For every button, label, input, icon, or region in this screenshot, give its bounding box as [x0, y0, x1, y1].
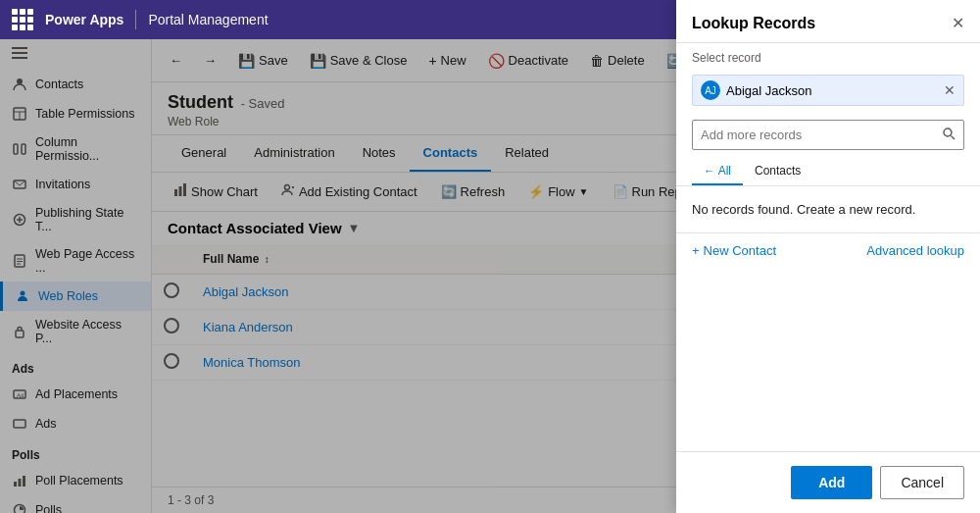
no-records-text: No records found. Create a new record. — [692, 202, 915, 217]
portal-name: Portal Management — [148, 12, 268, 27]
lookup-tab-contacts[interactable]: Contacts — [743, 158, 812, 185]
lookup-search-row — [692, 120, 964, 150]
lookup-search-button[interactable] — [934, 121, 963, 149]
nav-divider — [135, 10, 136, 29]
app-name: Power Apps — [45, 12, 123, 27]
tag-remove-button[interactable]: ✕ — [944, 82, 956, 98]
lookup-header: Lookup Records ✕ — [676, 0, 980, 43]
lookup-selected-tag: AJ Abigal Jackson ✕ — [692, 75, 964, 106]
lookup-cancel-button[interactable]: Cancel — [880, 466, 964, 499]
lookup-no-records-message: No records found. Create a new record. — [676, 186, 980, 232]
lookup-subtitle: Select record — [676, 43, 980, 69]
cancel-button-label: Cancel — [901, 475, 944, 490]
lookup-add-button[interactable]: Add — [791, 466, 872, 499]
lookup-tab-all-label: ← All — [704, 164, 731, 178]
lookup-tabs: ← All Contacts — [676, 158, 980, 186]
svg-point-32 — [944, 128, 952, 136]
lookup-actions: + New Contact Advanced lookup — [676, 232, 980, 268]
lookup-tab-all[interactable]: ← All — [692, 158, 743, 185]
lookup-footer: Add Cancel — [676, 451, 980, 513]
lookup-panel: Lookup Records ✕ Select record AJ Abigal… — [676, 0, 980, 513]
tag-name-label: Abigal Jackson — [726, 83, 938, 98]
tag-avatar: AJ — [701, 80, 720, 100]
lookup-tab-contacts-label: Contacts — [755, 164, 801, 178]
tag-avatar-initials: AJ — [705, 85, 716, 96]
new-contact-icon: + — [692, 243, 700, 258]
svg-line-33 — [952, 136, 956, 140]
add-button-label: Add — [818, 475, 845, 490]
advanced-lookup-button[interactable]: Advanced lookup — [866, 243, 964, 258]
lookup-title: Lookup Records — [692, 15, 815, 32]
app-grid-icon[interactable] — [12, 9, 33, 30]
lookup-close-icon: ✕ — [952, 15, 964, 31]
advanced-lookup-label: Advanced lookup — [866, 243, 964, 258]
lookup-close-button[interactable]: ✕ — [952, 14, 964, 32]
new-contact-label: New Contact — [704, 243, 776, 258]
new-contact-button[interactable]: + New Contact — [692, 243, 776, 258]
search-icon — [942, 128, 956, 143]
lookup-search-input[interactable] — [693, 122, 934, 148]
